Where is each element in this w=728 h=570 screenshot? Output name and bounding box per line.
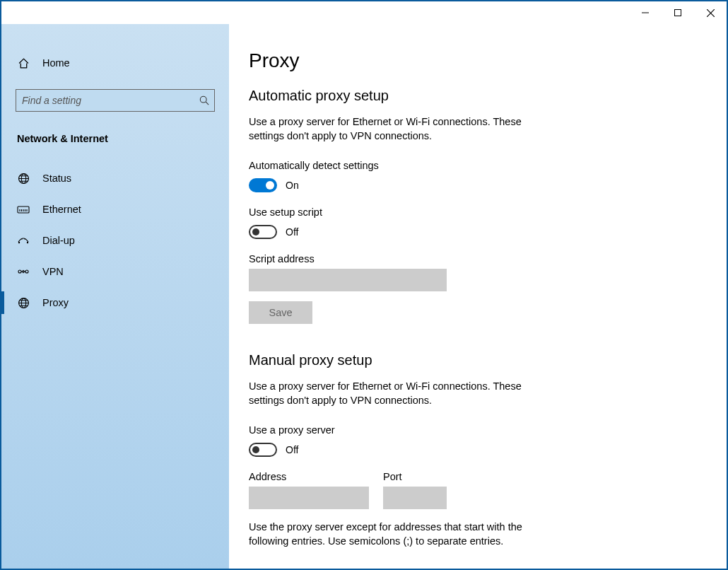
use-proxy-toggle[interactable] [249, 443, 277, 457]
exceptions-text: Use the proxy server except for addresse… [249, 520, 546, 548]
search-input[interactable] [16, 89, 215, 112]
sidebar-item-label: Proxy [42, 297, 69, 308]
close-icon [707, 9, 715, 17]
sidebar-item-proxy[interactable]: Proxy [16, 287, 215, 318]
auto-detect-state: On [286, 180, 299, 191]
sidebar-item-vpn[interactable]: VPN [16, 256, 215, 287]
main-content: Proxy Automatic proxy setup Use a proxy … [229, 24, 727, 569]
svg-point-9 [18, 270, 21, 273]
sidebar-item-ethernet[interactable]: Ethernet [16, 194, 215, 225]
svg-point-1 [200, 96, 206, 103]
sidebar-item-label: Dial-up [42, 235, 75, 246]
home-icon [17, 57, 30, 69]
settings-window: Settings Home Network & Internet [0, 0, 728, 570]
use-script-toggle[interactable] [249, 225, 277, 239]
save-button[interactable]: Save [249, 301, 312, 324]
window-controls [629, 1, 727, 24]
address-input[interactable] [249, 487, 369, 509]
titlebar [1, 1, 727, 24]
svg-point-7 [21, 238, 22, 239]
sidebar-item-label: Ethernet [42, 204, 81, 215]
sidebar-item-label: Status [42, 173, 71, 184]
maximize-icon [674, 9, 681, 16]
port-input[interactable] [383, 487, 447, 509]
ethernet-icon [17, 203, 30, 216]
sidebar-item-status[interactable]: Status [16, 163, 215, 194]
manual-proxy-description: Use a proxy server for Ethernet or Wi-Fi… [249, 380, 546, 407]
use-script-state: Off [286, 226, 298, 238]
svg-point-8 [24, 238, 25, 239]
page-title: Proxy [249, 50, 707, 72]
script-address-label: Script address [249, 253, 707, 264]
manual-proxy-heading: Manual proxy setup [249, 352, 707, 368]
script-address-input[interactable] [249, 269, 447, 291]
svg-point-10 [25, 270, 28, 273]
use-script-label: Use setup script [249, 207, 707, 218]
close-button[interactable] [694, 1, 727, 24]
maximize-button[interactable] [662, 1, 694, 24]
svg-rect-0 [675, 10, 681, 16]
svg-point-5 [18, 242, 20, 243]
minimize-button[interactable] [629, 1, 662, 24]
address-label: Address [249, 471, 369, 482]
sidebar-section-title: Network & Internet [16, 132, 215, 146]
search-field[interactable] [16, 89, 215, 112]
sidebar-item-dialup[interactable]: Dial-up [16, 225, 215, 256]
sidebar-home[interactable]: Home [16, 50, 215, 76]
vpn-icon [17, 265, 30, 278]
minimize-icon [642, 9, 649, 16]
use-proxy-label: Use a proxy server [249, 424, 707, 436]
globe-icon [17, 296, 30, 309]
dialup-icon [17, 234, 30, 247]
auto-detect-toggle[interactable] [249, 178, 277, 192]
globe-icon [17, 172, 30, 185]
sidebar: Settings Home Network & Internet [1, 24, 229, 569]
svg-point-6 [27, 242, 28, 243]
sidebar-home-label: Home [42, 57, 70, 69]
sidebar-item-label: VPN [42, 266, 64, 277]
port-label: Port [383, 471, 447, 482]
auto-detect-label: Automatically detect settings [249, 160, 707, 171]
search-icon [199, 95, 209, 105]
use-proxy-state: Off [286, 444, 298, 455]
auto-proxy-heading: Automatic proxy setup [249, 88, 707, 104]
auto-proxy-description: Use a proxy server for Ethernet or Wi-Fi… [249, 115, 546, 143]
window-body: Settings Home Network & Internet [1, 24, 727, 569]
